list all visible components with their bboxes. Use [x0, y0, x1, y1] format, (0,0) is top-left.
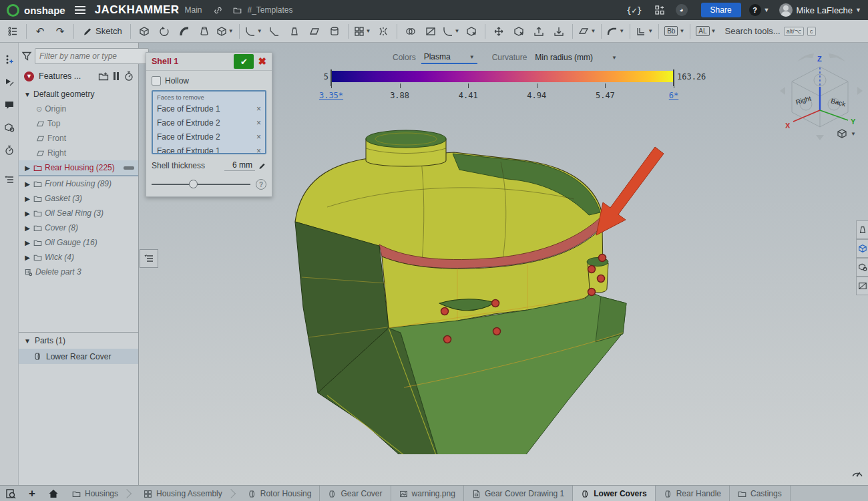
share-link-icon[interactable]: [214, 6, 222, 15]
view-cube[interactable]: Z X Y Right Back: [775, 47, 868, 140]
parts-header[interactable]: ▼ Parts (1): [19, 333, 138, 349]
face-list-item[interactable]: Face of Extrude 2 ×: [153, 116, 265, 130]
remove-face-icon[interactable]: ×: [256, 146, 261, 155]
tab-gear-cover[interactable]: Gear Cover: [320, 486, 391, 501]
rollback-indicator-icon[interactable]: ▼: [24, 71, 34, 81]
user-menu-caret-icon[interactable]: ▼: [855, 7, 861, 13]
tab-lower-covers[interactable]: Lower Covers: [573, 486, 655, 501]
tab-rotor-housing[interactable]: Rotor Housing: [240, 486, 320, 501]
tree-item-origin[interactable]: ⊙ Origin: [19, 102, 138, 116]
boolean-button[interactable]: [401, 23, 420, 40]
search-tools-button[interactable]: Search tools... alt/⌥ c: [725, 26, 816, 36]
curvature-dropdown[interactable]: Min radius (mm)▼: [532, 51, 620, 63]
configurations-panel-button[interactable]: [856, 277, 868, 295]
tree-item-right-plane[interactable]: Right: [19, 146, 138, 160]
expand-caret-icon[interactable]: ▶: [24, 210, 31, 217]
versions-button[interactable]: [0, 51, 19, 68]
filter-input[interactable]: [35, 48, 149, 64]
expand-caret-icon[interactable]: ▶: [24, 180, 31, 188]
face-list-item[interactable]: Face of Extrude 1 ×: [153, 144, 265, 154]
face-list-item[interactable]: Face of Extrude 1 ×: [153, 102, 265, 116]
shell-thickness-value[interactable]: 6 mm: [224, 160, 255, 171]
draft-button[interactable]: [285, 23, 304, 40]
revolve-button[interactable]: [155, 23, 174, 40]
tree-item-front-plane[interactable]: Front: [19, 131, 138, 146]
tree-folder-gasket[interactable]: ▶ Gasket (3): [19, 191, 138, 206]
linear-pattern-button[interactable]: ▼: [353, 23, 373, 40]
share-button[interactable]: Share: [701, 3, 741, 17]
tree-folder-oil-seal-ring[interactable]: ▶ Oil Seal Ring (3): [19, 206, 138, 220]
appearance-panel-button[interactable]: [856, 220, 868, 239]
thickness-slider[interactable]: [152, 180, 250, 189]
delete-face-button[interactable]: [462, 23, 481, 40]
comments-button[interactable]: [0, 96, 19, 114]
folder-name[interactable]: #_Templates: [247, 5, 292, 15]
hollow-checkbox[interactable]: [152, 76, 161, 86]
feature-list-toggle-button[interactable]: [3, 23, 22, 40]
checklist-button[interactable]: [0, 171, 19, 188]
main-menu-icon[interactable]: [75, 4, 85, 16]
help-icon[interactable]: ?: [749, 4, 761, 16]
cancel-button[interactable]: ✖: [258, 55, 266, 67]
follow-mode-button[interactable]: [0, 73, 19, 91]
remove-face-icon[interactable]: ×: [256, 132, 261, 142]
tree-item-top-plane[interactable]: Top: [19, 116, 138, 131]
replace-face-button[interactable]: [509, 23, 528, 40]
remove-face-icon[interactable]: ×: [256, 118, 261, 128]
tree-group-default-geometry[interactable]: ▼ Default geometry: [19, 87, 138, 102]
view-settings-button[interactable]: ▼: [837, 128, 856, 139]
expand-caret-icon[interactable]: ▶: [24, 239, 31, 246]
faces-to-remove-list[interactable]: Faces to remove Face of Extrude 1 × Face…: [152, 90, 266, 154]
suspend-icon[interactable]: [114, 72, 119, 80]
named-views-panel-button[interactable]: [856, 239, 868, 258]
hollow-option[interactable]: Hollow: [152, 76, 266, 86]
modify-fillet-button[interactable]: ▼: [441, 23, 461, 40]
accept-button[interactable]: ✔: [234, 54, 254, 69]
expand-caret-icon[interactable]: ▶: [24, 224, 31, 232]
dialog-help-icon[interactable]: ?: [256, 179, 266, 190]
tab-castings[interactable]: Castings: [730, 486, 791, 501]
featurescript-icon[interactable]: {✓}: [626, 5, 642, 15]
loft-button[interactable]: [195, 23, 214, 40]
remove-face-icon[interactable]: ×: [256, 104, 261, 114]
collapse-caret-icon[interactable]: ▼: [24, 91, 31, 98]
expand-caret-icon[interactable]: ▶: [24, 195, 31, 202]
redo-button[interactable]: ↷: [51, 23, 69, 40]
performance-gauge-icon[interactable]: [851, 466, 864, 482]
user-avatar[interactable]: [779, 3, 793, 17]
import-button[interactable]: [550, 23, 568, 40]
history-button[interactable]: [0, 142, 19, 159]
move-face-button[interactable]: [489, 23, 508, 40]
custom-feature-al-button[interactable]: AL▼: [694, 23, 717, 40]
colors-dropdown[interactable]: Plasma▼: [421, 51, 477, 64]
workspace-name[interactable]: Main: [184, 5, 202, 15]
collapse-caret-icon[interactable]: ▼: [24, 337, 31, 345]
thicken-button[interactable]: ▼: [215, 23, 235, 40]
sketch-button[interactable]: Sketch: [78, 23, 126, 40]
scale-tick-min[interactable]: 3.35*: [319, 91, 343, 100]
extrude-button[interactable]: [135, 23, 154, 40]
slider-handle[interactable]: [189, 180, 198, 188]
chamfer-button[interactable]: [265, 23, 284, 40]
split-button[interactable]: [421, 23, 440, 40]
expand-caret-icon[interactable]: ▶: [24, 164, 31, 172]
app-store-icon[interactable]: [654, 5, 665, 15]
expand-caret-icon[interactable]: ▶: [24, 254, 31, 261]
tree-item-delete-part[interactable]: Delete part 3: [19, 265, 138, 279]
onshape-logo-icon[interactable]: [7, 4, 19, 17]
tree-folder-wick[interactable]: ▶ Wick (4): [19, 250, 138, 265]
help-caret-icon[interactable]: ▼: [764, 7, 770, 13]
tree-folder-rear-housing[interactable]: ▶ Rear Housing (225): [19, 160, 138, 176]
display-states-panel-button[interactable]: [856, 258, 868, 277]
plane-button[interactable]: ▼: [577, 23, 597, 40]
sweep-button[interactable]: [175, 23, 194, 40]
fillet-button[interactable]: ▼: [244, 23, 264, 40]
tree-folder-oil-gauge[interactable]: ▶ Oil Gauge (16): [19, 235, 138, 250]
undo-button[interactable]: ↶: [31, 23, 49, 40]
user-name[interactable]: Mike LaFleche: [797, 5, 853, 15]
learning-center-icon[interactable]: ◕: [676, 4, 688, 16]
analysis-button[interactable]: [0, 119, 19, 136]
home-tab-button[interactable]: [43, 486, 64, 501]
add-tab-button[interactable]: +: [21, 486, 43, 501]
custom-feature-bb-button[interactable]: Bb▼: [663, 23, 686, 40]
